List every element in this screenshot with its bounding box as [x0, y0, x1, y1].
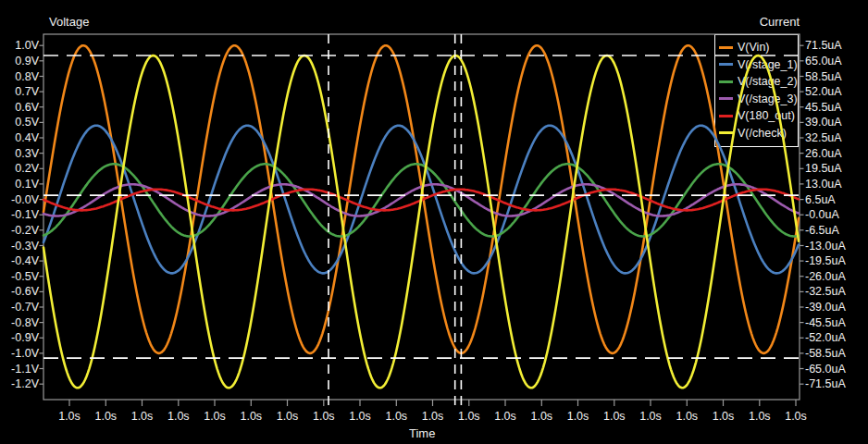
- current-tick-label: 26.0uA: [805, 147, 842, 160]
- voltage-tick-label: -0.7V: [11, 301, 39, 314]
- current-tick-label: -39.0uA: [805, 301, 846, 314]
- voltage-tick-label: -0.8V: [11, 316, 39, 329]
- right-axis-title: Current: [760, 15, 800, 29]
- time-tick-label: 1.0s: [713, 410, 735, 423]
- legend-item[interactable]: V(/check): [715, 125, 798, 142]
- trace-v-180-out[interactable]: [43, 190, 799, 211]
- current-tick-label: -58.5uA: [805, 347, 846, 360]
- plot-frame: [43, 34, 800, 400]
- current-tick-label: -32.5uA: [805, 285, 846, 298]
- time-tick-label: 1.0s: [458, 410, 480, 423]
- time-tick-label: 1.0s: [94, 410, 117, 423]
- time-tick-label: 1.0s: [204, 410, 226, 423]
- current-tick-label: 39.0uA: [805, 116, 842, 129]
- legend-label: V(/stage_2): [738, 75, 798, 88]
- time-tick-label: 1.0s: [530, 410, 552, 423]
- current-tick-label: -65.0uA: [805, 363, 846, 376]
- current-tick-label: 32.5uA: [805, 131, 842, 144]
- voltage-tick-label: -0.0V: [11, 193, 39, 206]
- legend-item[interactable]: V(180_out): [715, 107, 798, 125]
- voltage-tick-label: 0.6V: [15, 101, 39, 114]
- left-axis-title: Voltage: [49, 15, 89, 29]
- time-tick-label: 1.0s: [131, 410, 154, 423]
- legend-swatch-line: [719, 80, 733, 83]
- voltage-tick-label: -1.1V: [11, 363, 39, 376]
- voltage-tick-label: -0.6V: [11, 285, 39, 298]
- current-tick-label: -6.5uA: [805, 224, 839, 237]
- trace-v-stage-2[interactable]: [43, 164, 799, 236]
- current-tick-label: 13.0uA: [805, 178, 842, 191]
- current-tick-label: -71.5uA: [805, 377, 846, 390]
- time-tick-label: 1.0s: [603, 410, 626, 423]
- time-tick-label: 1.0s: [785, 410, 807, 423]
- voltage-tick-label: -0.3V: [11, 240, 39, 253]
- trace-v-vin[interactable]: [43, 45, 799, 353]
- time-tick-label: 1.0s: [167, 410, 190, 423]
- legend-item[interactable]: V(/stage_3): [715, 91, 798, 108]
- voltage-tick-label: 1.0V: [15, 39, 39, 52]
- time-tick-label: 1.0s: [349, 410, 371, 423]
- time-tick-label: 1.0s: [240, 410, 262, 423]
- voltage-tick-label: 0.2V: [15, 162, 39, 175]
- time-tick-label: 1.0s: [277, 410, 299, 423]
- legend[interactable]: V(Vin)V(/stage_1)V(/stage_2)V(/stage_3)V…: [714, 34, 799, 147]
- legend-item[interactable]: V(/stage_2): [715, 73, 798, 91]
- voltage-tick-label: -1.0V: [11, 347, 39, 360]
- current-tick-label: -45.5uA: [805, 316, 846, 329]
- x-axis-title: Time: [409, 426, 435, 440]
- current-tick-label: 6.5uA: [805, 193, 836, 206]
- voltage-tick-label: 0.7V: [15, 85, 39, 98]
- trace-v-stage-1[interactable]: [43, 126, 799, 274]
- voltage-tick-label: 0.9V: [15, 55, 39, 68]
- voltage-tick-label: 0.5V: [15, 116, 39, 129]
- current-tick-label: 45.5uA: [805, 101, 842, 114]
- voltage-tick-label: 0.8V: [15, 70, 39, 83]
- legend-swatch-line: [719, 97, 733, 100]
- current-tick-label: -19.5uA: [805, 254, 846, 267]
- voltage-tick-label: 0.4V: [15, 131, 39, 144]
- legend-swatch-line: [719, 115, 733, 117]
- legend-swatch-line: [719, 46, 733, 49]
- time-tick-label: 1.0s: [639, 410, 662, 423]
- legend-label: V(/stage_3): [738, 92, 798, 105]
- time-tick-label: 1.0s: [313, 410, 335, 423]
- voltage-tick-label: 0.3V: [15, 147, 39, 160]
- current-tick-label: 71.5uA: [805, 39, 842, 52]
- voltage-tick-label: -0.5V: [11, 270, 39, 283]
- current-tick-label: 58.5uA: [805, 70, 842, 83]
- voltage-tick-label: 0.1V: [15, 178, 39, 191]
- current-tick-label: 65.0uA: [805, 55, 842, 68]
- legend-item[interactable]: V(Vin): [715, 39, 798, 56]
- current-tick-label: -13.0uA: [805, 240, 846, 253]
- time-tick-label: 1.0s: [567, 410, 589, 423]
- time-tick-label: 1.0s: [676, 410, 698, 423]
- time-tick-label: 1.0s: [58, 410, 81, 423]
- trace-v-check[interactable]: [43, 56, 799, 388]
- legend-label: V(Vin): [738, 41, 770, 54]
- current-tick-label: -0.0uA: [805, 208, 839, 221]
- time-tick-label: 1.0s: [422, 410, 444, 423]
- legend-label: V(/check): [738, 127, 787, 140]
- voltage-tick-label: -0.1V: [11, 208, 39, 221]
- legend-label: V(180_out): [738, 109, 795, 122]
- current-tick-label: 52.0uA: [805, 85, 842, 98]
- voltage-tick-label: -0.4V: [11, 254, 39, 267]
- waveform-viewer: Voltage Current Time 1.0V0.9V0.8V0.7V0.6…: [0, 0, 868, 444]
- legend-swatch-line: [719, 131, 733, 134]
- time-tick-label: 1.0s: [385, 410, 407, 423]
- current-tick-label: -26.0uA: [805, 270, 846, 283]
- voltage-tick-label: -0.9V: [11, 331, 39, 344]
- trace-v-stage-3[interactable]: [43, 184, 799, 216]
- current-tick-label: -52.0uA: [805, 331, 846, 344]
- legend-swatch-line: [719, 63, 733, 66]
- time-tick-label: 1.0s: [494, 410, 516, 423]
- voltage-tick-label: -0.2V: [11, 224, 39, 237]
- legend-item[interactable]: V(/stage_1): [715, 56, 798, 74]
- current-tick-label: 19.5uA: [805, 162, 842, 175]
- legend-label: V(/stage_1): [738, 58, 798, 71]
- time-tick-label: 1.0s: [749, 410, 771, 423]
- voltage-tick-label: -1.2V: [11, 377, 39, 390]
